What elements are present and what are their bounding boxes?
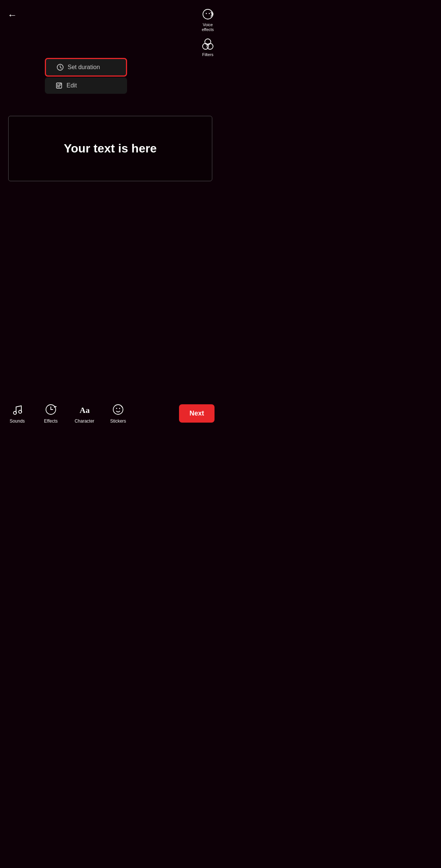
text-box[interactable]: Your text is here: [8, 116, 212, 181]
right-tools: Voiceeffects Filters: [201, 7, 215, 58]
edit-button[interactable]: Edit: [45, 77, 127, 94]
stickers-button[interactable]: Stickers: [107, 403, 129, 424]
top-bar: ←: [0, 0, 220, 30]
text-box-content: Your text is here: [64, 142, 157, 155]
voice-effects-icon: [201, 7, 215, 21]
character-icon: Aa: [78, 403, 91, 416]
next-button[interactable]: Next: [179, 404, 215, 423]
svg-point-17: [119, 408, 120, 409]
svg-point-2: [209, 13, 210, 14]
svg-text:Aa: Aa: [80, 405, 90, 415]
edit-icon: [55, 82, 63, 89]
effects-icon: [44, 403, 58, 416]
svg-point-16: [116, 408, 117, 409]
set-duration-label: Set duration: [68, 64, 100, 71]
filters-label: Filters: [202, 52, 213, 57]
effects-label: Effects: [44, 418, 58, 424]
stickers-label: Stickers: [110, 418, 126, 424]
set-duration-button[interactable]: Set duration: [45, 58, 127, 77]
sounds-label: Sounds: [10, 418, 25, 424]
voice-effects-label: Voiceeffects: [202, 22, 214, 32]
back-button[interactable]: ←: [7, 10, 17, 20]
character-button[interactable]: Aa Character: [73, 403, 96, 424]
sounds-icon: [10, 403, 24, 416]
voice-effects-button[interactable]: Voiceeffects: [201, 7, 215, 32]
svg-point-15: [113, 405, 123, 414]
effects-button[interactable]: Effects: [40, 403, 62, 424]
sounds-button[interactable]: Sounds: [6, 403, 28, 424]
context-menu: Set duration Edit: [45, 58, 127, 94]
toolbar-items: Sounds Effects Aa Character: [6, 403, 179, 424]
character-label: Character: [75, 418, 95, 424]
clock-icon: [56, 64, 64, 71]
filters-icon: [201, 37, 215, 51]
svg-point-0: [203, 9, 213, 19]
svg-point-1: [206, 13, 207, 14]
bottom-toolbar: Sounds Effects Aa Character: [0, 393, 220, 434]
svg-line-8: [60, 67, 62, 68]
edit-label: Edit: [67, 82, 77, 89]
stickers-icon: [111, 403, 125, 416]
filters-button[interactable]: Filters: [201, 37, 215, 57]
